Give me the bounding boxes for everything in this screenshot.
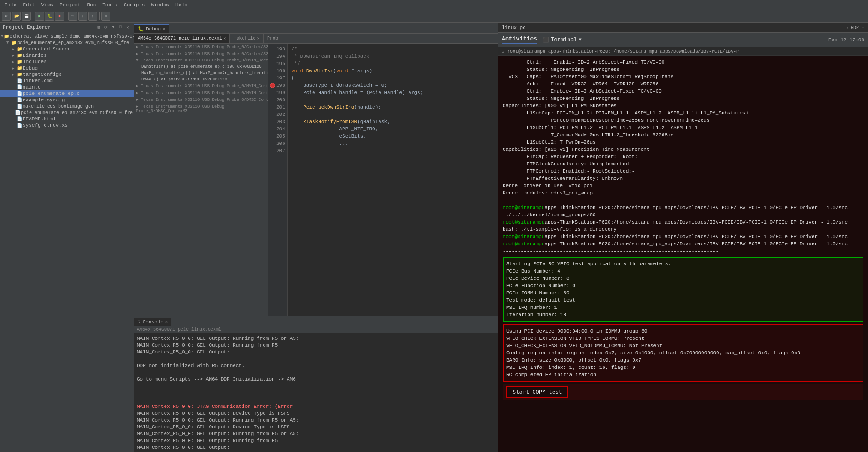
menu-scripts[interactable]: Scripts — [121, 1, 147, 9]
folder-icon: 📁 — [16, 59, 23, 65]
file-icon: 📄 — [16, 97, 23, 103]
term-line: L1SubCtl2: T_PwrOn=26us — [503, 139, 863, 146]
debug-item-portasm[interactable]: 0x4c () at portASM.S:198 0x700BF118 — [134, 76, 268, 83]
tb-save[interactable]: 💾 — [22, 12, 31, 21]
tree-root[interactable]: ▼ 📁 ethercat_slave_simple_demo_am64x-evm… — [0, 33, 134, 40]
console-line: MAIN_Cortex_R5_0_0: GEL Output: Running … — [137, 431, 495, 437]
tb-step-into[interactable]: ↓ — [78, 12, 87, 21]
tree-pcie-enumerate[interactable]: 📄 pcie_enumerate_ep.c — [0, 90, 134, 97]
menu-edit[interactable]: Edit — [20, 1, 37, 9]
tree-linker[interactable]: 📄 linker.cmd — [0, 78, 134, 84]
term-line: L1SubCtl1: PCI-PM_L1.2- PCI-PM_L1.1- ASP… — [503, 124, 863, 131]
editor-tab-prob[interactable]: Prob — [264, 34, 282, 43]
tb-debug[interactable]: 🐛 — [45, 12, 54, 21]
tb-stop[interactable]: ■ — [55, 12, 64, 21]
tree-syscfg[interactable]: 📄 syscfg_c.rov.xs — [0, 122, 134, 129]
debug-tab-close[interactable]: ✕ — [163, 26, 165, 31]
code-editor[interactable]: 193 194 195 196 197 198 199 200 201 202 … — [268, 44, 498, 316]
console-label: AM64x_S64G0071_pcie_linux.ccxml — [134, 326, 498, 333]
debug-tree: ▶ Texas Instruments XDS110 USB Debug Pro… — [134, 44, 268, 316]
term-line: L1SubCap: PCI-PM_L1.2+ PCI-PM_L1.1+ ASPM… — [503, 109, 863, 117]
start-copy-test-button[interactable]: Start COPY test — [506, 386, 568, 398]
tree-targetconfigs[interactable]: ▶ 📁 targetConfigs — [0, 71, 134, 78]
terminal-body[interactable]: Ctrl: Enable- ID=2 ArbSelect=Fixed TC/VC… — [498, 56, 868, 452]
term-line: Status: NegoPending- InProgress- — [503, 66, 863, 73]
term-line: PTMClockGranularity: Unimplemented — [503, 160, 863, 168]
tb-grid[interactable]: ⊞ — [101, 12, 110, 21]
editor-tab-makefile[interactable]: makefile ✕ — [230, 34, 263, 43]
debug-item-1[interactable]: ▶ Texas Instruments XDS110 USB Debug Pro… — [134, 50, 268, 57]
menu-run[interactable]: Run — [84, 1, 99, 9]
term-line: Ctrl: Enable- ID=2 ArbSelect=Fixed TC/VC… — [503, 59, 863, 66]
menu-file[interactable]: File — [2, 1, 19, 9]
debug-item-6[interactable]: ▶ Texas Instruments XDS110 USB Debug Pro… — [134, 103, 268, 114]
tb-step-out[interactable]: ↑ — [88, 12, 97, 21]
debug-item-dwnstrisr[interactable]: DwnStrIsr() at pcie_enumerate_ep.c:198 0… — [134, 64, 268, 70]
tb-open[interactable]: 📂 — [12, 12, 21, 21]
rdp-section: → RDP ✦ — [845, 25, 864, 30]
tb-step-over[interactable]: ↷ — [68, 12, 77, 21]
terminal-tab-btn[interactable]: ⬛ Terminal ▼ — [543, 37, 582, 43]
menu-window[interactable]: Window — [148, 1, 172, 9]
term-line: PTMEffectiveGranularity: Unknown — [503, 175, 863, 182]
close-panel-btn[interactable]: ✕ — [125, 24, 131, 30]
terminal-path-bar: ⊡ root@sitarampu apps-ThinkStation-P620:… — [498, 47, 868, 56]
menu-tools[interactable]: Tools — [100, 1, 120, 9]
red-highlight-box: Using PCI device 0000:04:00.0 in IOMMU g… — [503, 324, 863, 382]
term-line: VFIO_CHECK_EXTENSION VFIO_NOIOMMU_IOMMU:… — [506, 342, 860, 349]
right-panel: linux pc → RDP ✦ Activities ⬛ Terminal ▼… — [498, 23, 868, 452]
term-separator: ----------------------------------------… — [503, 248, 863, 255]
close-icon[interactable]: ✕ — [224, 36, 226, 41]
debug-tab[interactable]: 🐛 Debug ✕ — [134, 24, 169, 33]
console-tab[interactable]: ⊡ Console ✕ — [134, 318, 171, 326]
tree-example-syscfg[interactable]: 📄 example.syscfg — [0, 97, 134, 103]
debug-item-hwip[interactable]: HwiP_irq_handler_c() at HwiP_armv7r_hand… — [134, 70, 268, 76]
term-line: Arb: Fixed- WRR32- WRR64- TWRR128- WRR25… — [503, 80, 863, 88]
term-line: VC3: Caps: PATOffset=00 MaxTimeSlots=1 R… — [503, 73, 863, 80]
console-line: MAIN_Cortex_R5_0_0: GEL Output: Device T… — [137, 424, 495, 431]
menu-project[interactable]: Project — [57, 1, 83, 9]
term-line: Using PCI device 0000:04:00.0 in IOMMU g… — [506, 328, 860, 335]
editor-tab-ccxml[interactable]: AM64x_S64G0071_pcie_linux.ccxml ✕ — [134, 34, 230, 43]
debug-item-5[interactable]: ▶ Texas Instruments XDS110 USB Debug Pro… — [134, 96, 268, 103]
activities-tab[interactable]: Activities — [502, 35, 537, 44]
tree-main[interactable]: 📄 main.c — [0, 84, 134, 90]
tree-includes[interactable]: ▶ 📁 Includes — [0, 59, 134, 65]
minimize-panel-btn[interactable]: ▼ — [110, 24, 116, 30]
copy-icon: ⊡ — [502, 49, 504, 54]
debug-item-4[interactable]: ▶ Texas Instruments XDS110 USB Debug Pro… — [134, 89, 268, 96]
console-line: Go to menu Scripts --> AM64 DDR Initiali… — [137, 376, 495, 383]
tb-new[interactable]: ⊕ — [2, 12, 11, 21]
debug-item-0[interactable]: ▶ Texas Instruments XDS110 USB Debug Pro… — [134, 44, 268, 50]
collapse-all-btn[interactable]: ⊟ — [95, 24, 102, 30]
bottom-panel: ⊡ Console ✕ AM64x_S64G0071_pcie_linux.cc… — [134, 316, 498, 452]
debug-item-2[interactable]: ▼ Texas Instruments XDS110 USB Debug Pro… — [134, 57, 268, 64]
term-line: RC completed EP initialization — [506, 371, 860, 378]
maximize-panel-btn[interactable]: □ — [117, 24, 124, 30]
tree-readme[interactable]: 📄 README.html — [0, 116, 134, 122]
debug-item-3[interactable]: ▶ Texas Instruments XDS110 USB Debug Pro… — [134, 83, 268, 89]
term-line — [503, 197, 863, 204]
tb-build[interactable]: ▶ — [35, 12, 44, 21]
console-tab-bar: ⊡ Console ✕ — [134, 316, 498, 326]
code-content: /* * Downstream IRQ callback */ void Dwn… — [288, 44, 427, 316]
green-highlight-box: Starting PCIe RC VFIO test application w… — [503, 257, 863, 322]
term-line: PCIe IOMMU Number: 60 — [506, 289, 860, 297]
menu-view[interactable]: View — [39, 1, 56, 9]
tree-pcie-free[interactable]: 📄 pcie_enumerate_ep_am243x-evm_r5fss0-0_… — [0, 109, 134, 116]
tree-binaries[interactable]: ▶ 📁 Binaries — [0, 52, 134, 59]
menu-help[interactable]: Help — [173, 1, 190, 9]
term-line: Kernel modules: cdns3_pci_wrap — [503, 189, 863, 197]
console-error-line: MAIN_Cortex_R5_0_0: JTAG Communication E… — [137, 403, 495, 410]
console-line: MAIN_Cortex_R5_0_0: GEL Output: — [137, 444, 495, 451]
tree-generated[interactable]: ▶ 📁 Generated Source — [0, 46, 134, 52]
term-line: PTMControl: Enabled:- RootSelected:- — [503, 168, 863, 175]
link-editor-btn[interactable]: ⟳ — [103, 24, 109, 30]
console-line: MAIN_Cortex_R5_0_0: GEL Output: Running … — [137, 417, 495, 424]
close-icon[interactable]: ✕ — [257, 36, 259, 41]
tree-debug-folder[interactable]: ▶ 📁 Debug — [0, 65, 134, 71]
file-icon: 📄 — [16, 123, 23, 128]
console-tab-close[interactable]: ✕ — [165, 319, 168, 324]
tree-makefile-ccs[interactable]: 📄 makefile_ccs_bootimage_gen — [0, 103, 134, 109]
tree-pcie-project[interactable]: ▼ 📁 pcie_enumerate_ep_am243x-evm_r5fss0-… — [0, 40, 134, 46]
